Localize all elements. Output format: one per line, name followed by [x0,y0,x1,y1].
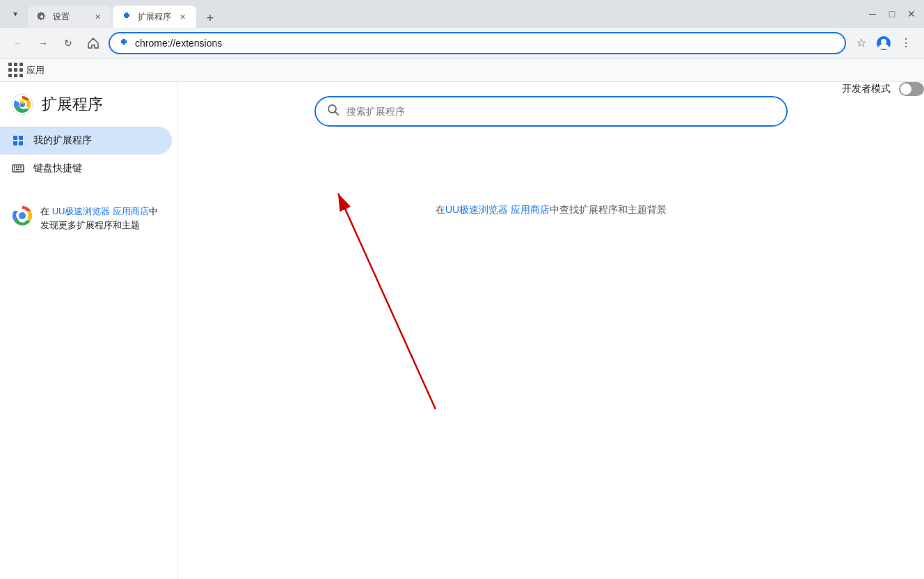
new-tab-button[interactable]: + [200,8,220,28]
settings-tab-favicon [36,11,47,22]
my-extensions-label: 我的扩展程序 [33,134,92,147]
svg-rect-9 [19,141,23,145]
toggle-knob [900,84,911,95]
toolbar-actions: ☆ ⋮ [852,33,916,53]
empty-prefix: 在 [436,204,445,216]
main-layout: 扩展程序 我的扩展程序 [0,82,924,579]
maximize-button[interactable]: □ [885,7,899,21]
sidebar-nav: 我的扩展程序 键盘快捷键 [0,127,177,182]
back-button[interactable]: ← [8,33,28,53]
settings-tab-title: 设置 [53,11,86,23]
keyboard-icon [11,161,25,175]
store-link-text: 在 UU极速浏览器 应用商店中发现更多扩展程序和主题 [40,205,166,232]
search-box [314,96,788,127]
svg-rect-10 [13,165,24,172]
address-favicon [118,38,129,49]
sidebar-item-my-extensions[interactable]: 我的扩展程序 [0,127,172,154]
svg-line-22 [335,112,339,116]
extensions-tab-close-button[interactable]: ✕ [177,11,188,22]
window-controls: ─ □ ✕ [866,7,918,21]
svg-point-2 [881,39,886,45]
store-link-prefix: 在 [40,206,52,216]
tab-list-down-button[interactable]: ▾ [6,4,25,24]
home-button[interactable] [83,33,103,53]
forward-button[interactable]: → [33,33,53,53]
my-extensions-icon [11,134,25,148]
svg-rect-17 [20,169,22,170]
settings-tab-close-button[interactable]: ✕ [92,11,103,22]
svg-rect-15 [14,169,15,170]
sidebar-item-keyboard-shortcuts[interactable]: 键盘快捷键 [0,154,172,182]
svg-rect-7 [13,141,17,145]
dev-mode-toggle[interactable] [899,82,924,96]
address-text: chrome://extensions [135,38,836,49]
extensions-tab-title: 扩展程序 [138,11,171,23]
svg-point-0 [40,15,43,18]
dev-mode-label: 开发者模式 [842,83,891,95]
empty-state: 在 UU极速浏览器 应用商店中查找扩展程序和主题背景 [200,141,902,280]
apps-bar: 应用 [0,58,924,82]
svg-rect-14 [20,166,22,168]
bookmark-button[interactable]: ☆ [852,33,871,53]
reload-button[interactable]: ↻ [58,33,78,53]
store-link-icon [11,205,33,227]
keyboard-shortcuts-label: 键盘快捷键 [33,162,82,175]
apps-grid-icon [8,63,24,78]
svg-rect-12 [16,166,17,168]
title-bar: ▾ 设置 ✕ [0,0,924,28]
empty-store-link[interactable]: UU极速浏览器 应用商店 [445,204,550,216]
extensions-tab[interactable]: 扩展程序 ✕ [113,6,196,28]
store-link-box: 在 UU极速浏览器 应用商店中发现更多扩展程序和主题 [0,196,177,240]
extensions-logo [11,93,33,116]
store-link-anchor[interactable]: UU极速浏览器 应用商店 [52,206,149,216]
address-bar[interactable]: chrome://extensions [109,32,846,54]
dev-mode-section: 开发者模式 [842,82,924,96]
settings-tab[interactable]: 设置 ✕ [28,6,111,28]
svg-rect-6 [13,136,17,140]
profile-button[interactable] [874,33,893,53]
svg-rect-13 [18,166,19,168]
close-button[interactable]: ✕ [905,7,918,21]
minimize-button[interactable]: ─ [866,7,879,21]
apps-label[interactable]: 应用 [26,64,45,77]
sidebar: 扩展程序 我的扩展程序 [0,82,178,579]
tab-list: 设置 ✕ 扩展程序 ✕ + [28,0,857,28]
sidebar-title: 扩展程序 [42,94,103,115]
svg-rect-11 [14,166,15,168]
extensions-tab-favicon [121,11,132,22]
search-container [200,96,902,141]
empty-suffix: 中查找扩展程序和主题背景 [550,204,667,216]
search-input[interactable] [346,106,775,117]
sidebar-header: 扩展程序 [0,93,177,127]
content-area: 开发者模式 在 UU极速浏览器 应用商店中查找扩展程序和主题背景 [178,82,924,579]
svg-rect-16 [16,169,19,170]
toolbar: ← → ↻ chrome://extensions ☆ [0,28,924,58]
search-icon [327,104,340,119]
menu-button[interactable]: ⋮ [896,33,916,53]
svg-rect-8 [19,136,23,140]
svg-point-20 [19,212,26,219]
